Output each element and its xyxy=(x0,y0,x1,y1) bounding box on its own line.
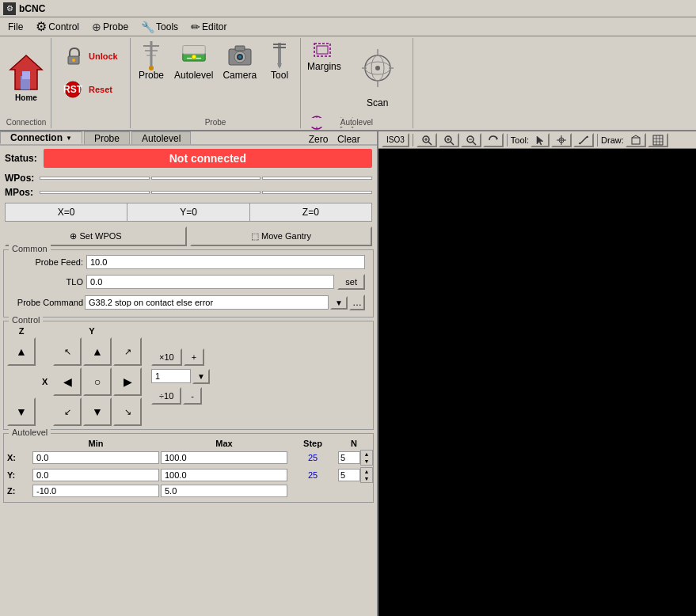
svg-rect-20 xyxy=(235,46,245,51)
jog-container: Z ▲ ▼ Y X ↖ xyxy=(7,326,370,426)
wpos-values xyxy=(40,177,372,180)
zoom-fit-button[interactable] xyxy=(416,133,437,147)
autolevel-x-spin-up[interactable]: ▲ xyxy=(361,451,372,458)
probe-feed-input[interactable] xyxy=(86,255,365,269)
tool-label: Tool xyxy=(271,70,288,81)
autolevel-y-n[interactable] xyxy=(338,469,360,481)
cursor-icon xyxy=(535,135,545,146)
autolevel-max-header: Max xyxy=(161,439,287,448)
autolevel-y-spin-up[interactable]: ▲ xyxy=(361,468,372,475)
reset-button[interactable]: RST Reset xyxy=(55,74,127,105)
autolevel-y-label: Y: xyxy=(7,470,31,480)
probe-cmd-label: Probe Command xyxy=(12,298,83,307)
jog-down[interactable]: ▼ xyxy=(83,397,112,426)
jog-z-grid: ▲ ▼ xyxy=(7,337,36,426)
step-dropdown[interactable]: ▼ xyxy=(192,369,210,384)
autolevel-icon xyxy=(181,43,207,68)
jog-right[interactable]: ▶ xyxy=(113,367,142,396)
autolevel-y-spin-down[interactable]: ▼ xyxy=(361,475,372,482)
autolevel-button[interactable]: Autolevel xyxy=(170,40,217,114)
app-icon: ⚙ xyxy=(3,2,16,15)
clear-label: Clear xyxy=(337,134,360,145)
unlock-button[interactable]: Unlock xyxy=(55,41,127,71)
rotate-icon xyxy=(488,135,499,146)
grid-button[interactable] xyxy=(648,133,668,147)
wpos-row: WPos: xyxy=(0,171,377,185)
svg-line-49 xyxy=(473,142,476,145)
camera-button[interactable]: Camera xyxy=(219,40,261,114)
crosshair-button[interactable] xyxy=(551,133,572,147)
move-gantry-button[interactable]: ⬚ Move Gantry xyxy=(190,226,372,246)
grid-icon xyxy=(652,135,664,146)
measure-button[interactable] xyxy=(573,133,594,147)
home-button[interactable]: Home xyxy=(5,45,48,110)
svg-line-56 xyxy=(580,136,588,144)
common-section: Common Probe Feed: TLO set Probe Command… xyxy=(3,249,374,318)
autolevel-y-min[interactable] xyxy=(32,469,159,481)
tab-connection[interactable]: Connection ▼ xyxy=(0,131,82,144)
autolevel-z-min[interactable] xyxy=(32,485,159,497)
svg-marker-52 xyxy=(537,136,543,145)
autolevel-x-max[interactable] xyxy=(161,451,287,464)
tlo-set-button[interactable]: set xyxy=(337,274,365,290)
zero-label: Zero xyxy=(309,134,329,145)
autolevel-x-spin-down[interactable]: ▼ xyxy=(361,458,372,465)
cursor-button[interactable] xyxy=(531,133,550,147)
menu-control[interactable]: ⚙ Control xyxy=(29,18,86,36)
probe-button[interactable]: Probe xyxy=(134,40,169,114)
jog-downright[interactable]: ↘ xyxy=(113,397,142,426)
zoom-out-button[interactable] xyxy=(461,133,481,147)
jog-downleft[interactable]: ↙ xyxy=(53,397,82,426)
svg-text:RST: RST xyxy=(63,84,83,95)
autolevel-min-header: Min xyxy=(32,439,159,448)
step-value-input[interactable] xyxy=(151,369,191,383)
jog-left[interactable]: ◀ xyxy=(53,367,82,396)
draw-label-canvas: Draw: xyxy=(601,135,624,145)
tool-button[interactable]: Tool xyxy=(262,40,297,114)
jog-z-down[interactable]: ▼ xyxy=(7,397,36,426)
connection-section-label: Connection xyxy=(2,118,51,127)
multiply10-button[interactable]: ×10 xyxy=(151,348,182,366)
main-content: Connection ▼ Probe Autolevel Status: Not… xyxy=(0,131,696,616)
minus-button[interactable]: - xyxy=(183,387,202,405)
autolevel-z-max[interactable] xyxy=(161,485,287,497)
right-panel: ISO3 xyxy=(378,131,696,616)
probe-cmd-dropdown[interactable]: ▼ xyxy=(330,296,348,310)
coord-y: Y=0 xyxy=(127,203,249,221)
jog-up[interactable]: ▲ xyxy=(83,337,112,366)
autolevel-y-max[interactable] xyxy=(161,469,287,481)
menu-probe[interactable]: ⊕ Probe xyxy=(86,18,135,36)
rotate-button[interactable] xyxy=(483,133,504,147)
tab-autolevel[interactable]: Autolevel xyxy=(131,131,191,144)
view-iso3-button[interactable]: ISO3 xyxy=(382,133,409,147)
plus-button[interactable]: + xyxy=(184,348,204,366)
probe-section-label: Probe xyxy=(131,118,300,127)
tab-probe[interactable]: Probe xyxy=(84,131,130,144)
margins-button[interactable]: Margins xyxy=(304,40,344,111)
autolevel-x-n[interactable] xyxy=(338,451,360,464)
step-value-row: ▼ xyxy=(151,369,210,384)
menu-tools[interactable]: 🔧 Tools xyxy=(135,18,184,36)
toolbar-sep3 xyxy=(597,134,598,146)
autolevel-header: Min Max Step N xyxy=(7,439,370,448)
mpos-z xyxy=(262,191,372,194)
tlo-input[interactable] xyxy=(86,275,334,289)
jog-z-up[interactable]: ▲ xyxy=(7,337,36,366)
scan-button[interactable]: Scan xyxy=(350,40,405,111)
zoom-in-button[interactable] xyxy=(439,133,459,147)
mpos-row: MPos: xyxy=(0,185,377,200)
autolevel-y-row: Y: 25 ▲ ▼ xyxy=(7,467,370,483)
coord-row: X=0 Y=0 Z=0 xyxy=(5,203,372,222)
menu-editor[interactable]: ✏ Editor xyxy=(184,18,233,36)
measure-icon xyxy=(578,135,589,146)
divide10-button[interactable]: ÷10 xyxy=(151,387,181,405)
menu-file[interactable]: File xyxy=(2,18,29,36)
probe-cmd-input[interactable] xyxy=(85,295,329,310)
svg-rect-26 xyxy=(317,46,328,54)
jog-upleft[interactable]: ↖ xyxy=(53,337,82,366)
probe-cmd-extra-btn[interactable]: … xyxy=(349,295,365,310)
jog-upright[interactable]: ↗ xyxy=(113,337,142,366)
autolevel-x-min[interactable] xyxy=(32,451,159,464)
draw-button[interactable] xyxy=(626,133,646,147)
jog-center[interactable]: ○ xyxy=(83,367,112,396)
